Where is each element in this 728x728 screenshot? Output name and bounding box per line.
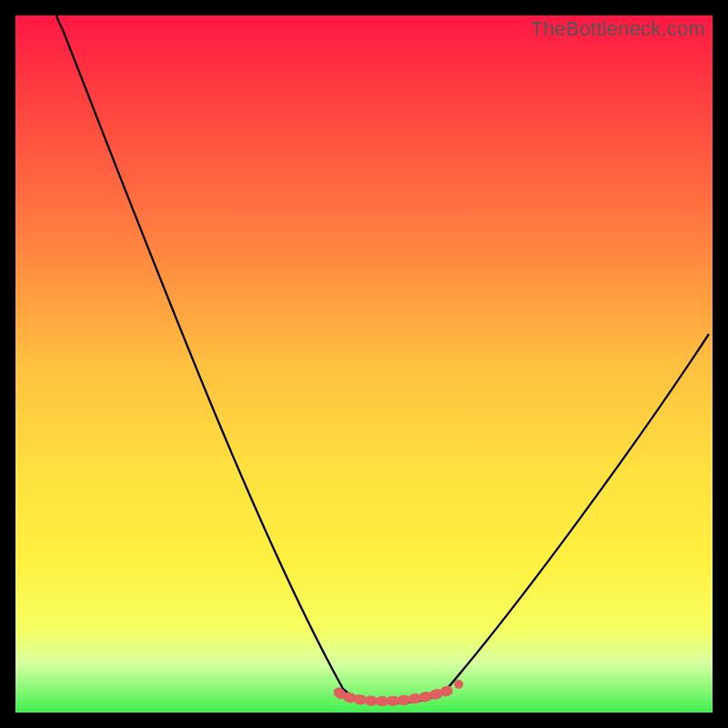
minimum-marker-dot — [454, 680, 463, 689]
minimum-marker — [339, 691, 448, 702]
chart-stage: TheBottleneck.com — [0, 0, 728, 728]
curve-path — [63, 30, 709, 703]
bottleneck-curve — [15, 15, 714, 714]
watermark-text: TheBottleneck.com — [531, 17, 705, 41]
curve-left-edge — [56, 15, 63, 30]
chart-plot-area: TheBottleneck.com — [15, 15, 713, 713]
